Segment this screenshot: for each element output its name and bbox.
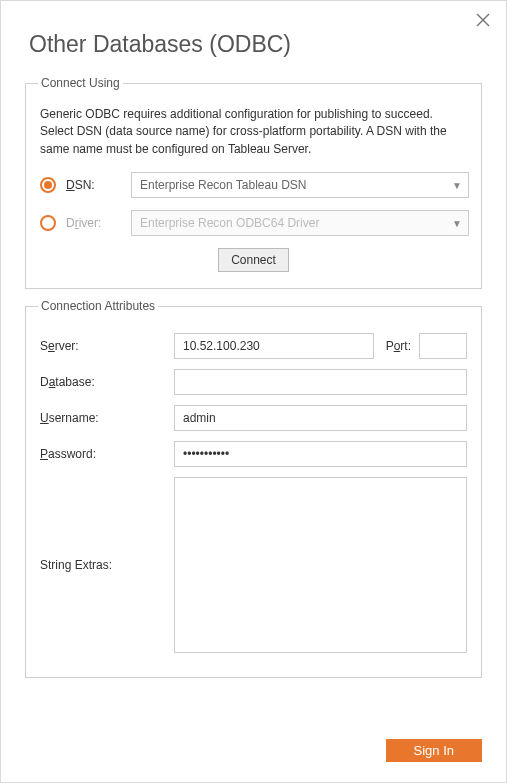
- string-extras-input[interactable]: [174, 477, 467, 653]
- connect-using-description: Generic ODBC requires additional configu…: [40, 106, 467, 158]
- dsn-radio[interactable]: [40, 177, 56, 193]
- username-row: Username:: [40, 405, 467, 431]
- database-input[interactable]: [174, 369, 467, 395]
- server-row: Server: Port:: [40, 333, 467, 359]
- dsn-radio-row[interactable]: DSN: Enterprise Recon Tableau DSN ▼: [40, 172, 469, 198]
- port-input[interactable]: [419, 333, 467, 359]
- chevron-down-icon: ▼: [452, 218, 462, 229]
- driver-dropdown: Enterprise Recon ODBC64 Driver ▼: [131, 210, 469, 236]
- string-extras-row: String Extras:: [40, 477, 467, 653]
- driver-dropdown-value: Enterprise Recon ODBC64 Driver: [140, 216, 319, 230]
- username-label: Username:: [40, 411, 168, 425]
- sign-in-button[interactable]: Sign In: [386, 739, 482, 762]
- close-icon[interactable]: [476, 13, 492, 29]
- driver-radio-row[interactable]: Driver: Enterprise Recon ODBC64 Driver ▼: [40, 210, 469, 236]
- connect-using-group: Connect Using Generic ODBC requires addi…: [25, 76, 482, 289]
- server-label: Server:: [40, 339, 168, 353]
- username-input[interactable]: [174, 405, 467, 431]
- dialog-title: Other Databases (ODBC): [1, 1, 506, 76]
- connection-attributes-legend: Connection Attributes: [38, 299, 158, 313]
- connection-attributes-group: Connection Attributes Server: Port: Data…: [25, 299, 482, 678]
- port-label: Port:: [386, 339, 411, 353]
- driver-radio[interactable]: [40, 215, 56, 231]
- password-label: Password:: [40, 447, 168, 461]
- database-label: Database:: [40, 375, 168, 389]
- dsn-dropdown-value: Enterprise Recon Tableau DSN: [140, 178, 307, 192]
- driver-radio-label: Driver:: [66, 216, 121, 230]
- password-row: Password:: [40, 441, 467, 467]
- connect-using-legend: Connect Using: [38, 76, 123, 90]
- server-input[interactable]: [174, 333, 374, 359]
- database-row: Database:: [40, 369, 467, 395]
- password-input[interactable]: [174, 441, 467, 467]
- chevron-down-icon: ▼: [452, 180, 462, 191]
- string-extras-label: String Extras:: [40, 558, 168, 572]
- dsn-radio-label: DSN:: [66, 178, 121, 192]
- connect-button[interactable]: Connect: [218, 248, 289, 272]
- dsn-dropdown[interactable]: Enterprise Recon Tableau DSN ▼: [131, 172, 469, 198]
